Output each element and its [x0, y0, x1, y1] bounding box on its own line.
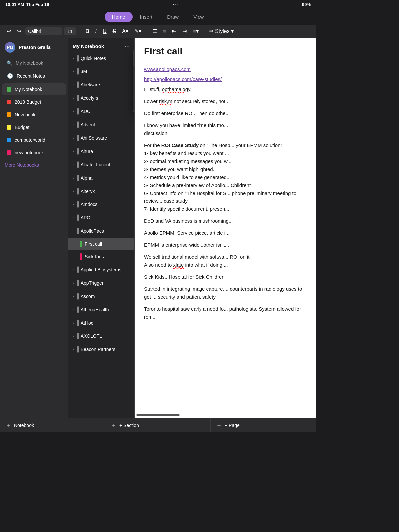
section-label: Ahi Software [81, 135, 107, 141]
italic-button[interactable]: I [93, 27, 99, 36]
tab-home[interactable]: Home [105, 12, 133, 22]
sidebar-item-2018-budget[interactable]: 2018 Budget [2, 96, 66, 108]
tab-view[interactable]: View [186, 12, 211, 22]
budget2018-label: 2018 Budget [15, 99, 41, 105]
text-color-button[interactable]: ✎▾ [132, 27, 143, 36]
sidebar-item-my-notebook[interactable]: My Notebook [2, 83, 66, 95]
section-item-adc[interactable]: › ADC [68, 105, 134, 118]
bullet-list-button[interactable]: ☰ [150, 27, 159, 36]
popup-item-first-call[interactable]: First call www.apollopacs.com http://a..… [133, 48, 135, 66]
new-book-dot [7, 112, 11, 117]
section-label: Advent [81, 122, 95, 127]
chevron-right-icon: › [73, 294, 74, 298]
section-item-athenahealth[interactable]: › AthenaHealth [68, 303, 134, 316]
section-color-bar [77, 346, 79, 353]
section-item-alcatel[interactable]: › Alcatel-Lucent [68, 158, 134, 171]
link-apollopacs[interactable]: www.apollopacs.com [144, 66, 307, 73]
status-bar: 10:01 AM Thu Feb 16 ··· 99% [0, 0, 316, 9]
section-label: AtHoc [81, 320, 93, 326]
undo-button[interactable]: ↩ [5, 27, 13, 36]
section-item-apollopacs[interactable]: › ApolloPacs [68, 224, 134, 238]
add-page-bottom[interactable]: ＋ + Page [211, 418, 316, 432]
section-item-beacon-partners[interactable]: › Beacon Partners [68, 343, 134, 356]
budget-dot [7, 125, 11, 130]
strikethrough-button[interactable]: S [111, 27, 118, 36]
numbered-list-button[interactable]: ≡ [161, 27, 168, 36]
chevron-right-icon: › [73, 281, 74, 285]
main-layout: PG Preston Gralla 🔍 My Notebook 🕐 Recent… [0, 38, 316, 427]
add-section-label: + Section [119, 423, 139, 428]
section-label: Ahura [81, 149, 93, 154]
section-color-bar [77, 175, 79, 181]
styles-button[interactable]: ✏ Styles ▾ [207, 27, 236, 36]
font-selector[interactable] [25, 27, 62, 35]
sidebar-item-budget[interactable]: Budget [2, 121, 66, 133]
section-item-abelware[interactable]: › Abelware [68, 78, 134, 91]
note-body[interactable]: www.apollopacs.com http://apollopacs.com… [144, 66, 307, 321]
add-notebook-bottom[interactable]: ＋ Notebook [0, 418, 105, 432]
dots: ··· [173, 2, 178, 7]
sidebar-item-new-notebook[interactable]: new notebook [2, 147, 66, 159]
toolbar-sep-3 [204, 27, 204, 35]
bold-button[interactable]: B [83, 27, 91, 36]
sidebar-item-computerworld[interactable]: computerworld [2, 134, 66, 146]
font-size[interactable] [64, 27, 76, 35]
section-label: Alcatel-Lucent [81, 162, 110, 167]
section-item-ahi[interactable]: › Ahi Software [68, 131, 134, 145]
link-casestudies[interactable]: http://apollopacs.com/case-studies/ [144, 75, 307, 83]
section-label: Applied Biosystems [81, 267, 121, 272]
section-color-bar [77, 228, 79, 234]
section-color-bar [77, 188, 79, 195]
sidebar-item-recent-notes[interactable]: 🕐 Recent Notes [2, 69, 66, 83]
highlight-button[interactable]: A▾ [120, 27, 130, 36]
tab-draw[interactable]: Draw [160, 12, 186, 22]
subsection-item-first-call[interactable]: First call [68, 238, 134, 250]
popup-item-notes[interactable]: Notes ⬇ [133, 82, 135, 98]
chevron-right-icon: › [73, 163, 74, 167]
section-item-amdocs[interactable]: › Amdocs [68, 198, 134, 211]
chevron-right-icon: › [73, 96, 74, 100]
align-button[interactable]: ≡▾ [191, 27, 200, 36]
add-notebook-label: Notebook [14, 423, 34, 428]
section-item-accelyrs[interactable]: › Accelyrs [68, 91, 134, 105]
sidebar-item-new-book[interactable]: New book [2, 109, 66, 121]
user-name: Preston Gralla [19, 45, 51, 50]
avatar: PG [5, 42, 15, 53]
chevron-right-icon: › [73, 149, 74, 153]
section-item-alpha[interactable]: › Alpha [68, 171, 134, 185]
section-label: AthenaHealth [81, 307, 109, 312]
section-item-quick-notes[interactable]: › Quick Notes [68, 52, 134, 65]
section-label: Alpha [81, 175, 93, 181]
section-item-axolotl[interactable]: › AXOLOTL [68, 330, 134, 343]
indent-button[interactable]: ⇥ [180, 27, 189, 36]
section-item-3m[interactable]: › 3M [68, 65, 134, 78]
section-item-athoc[interactable]: › AtHoc [68, 316, 134, 330]
underline-button[interactable]: U [101, 27, 109, 36]
redo-button[interactable]: ↪ [15, 27, 23, 36]
right-content[interactable]: First call www.apollopacs.com http://apo… [135, 38, 316, 427]
section-label: ADC [81, 109, 91, 114]
left-sidebar: PG Preston Gralla 🔍 My Notebook 🕐 Recent… [0, 38, 68, 427]
note-paragraph-2: Lower risk,m not securely stored, not... [144, 97, 307, 105]
middle-menu-button[interactable]: ··· [125, 43, 130, 50]
section-color-bar [77, 293, 79, 300]
chevron-right-icon: › [73, 136, 74, 140]
more-notebooks[interactable]: More Notebooks [0, 159, 68, 171]
battery: 99% [302, 2, 311, 7]
outdent-button[interactable]: ⇤ [170, 27, 178, 36]
section-item-ascom[interactable]: › Ascom [68, 290, 134, 303]
section-item-apc[interactable]: › APC [68, 211, 134, 224]
toolbar-sep-1 [80, 27, 80, 35]
section-item-advent[interactable]: › Advent [68, 118, 134, 131]
chevron-right-icon: › [73, 308, 74, 312]
add-section-bottom[interactable]: ＋ + Section [105, 418, 211, 432]
popup-item-roi-call[interactable]: ROI call ⬇ [133, 98, 135, 113]
popup-item-background[interactable]: Background ⬇ [133, 66, 135, 82]
tab-insert[interactable]: Insert [133, 12, 160, 22]
sidebar-search[interactable]: 🔍 My Notebook [2, 57, 66, 69]
section-item-apptrigger[interactable]: › AppTrigger [68, 276, 134, 290]
section-item-alteryx[interactable]: › Alteryx [68, 185, 134, 198]
section-item-applied-biosystems[interactable]: › Applied Biosystems [68, 263, 134, 276]
section-item-ahura[interactable]: › Ahura [68, 145, 134, 158]
subsection-item-sick-kids[interactable]: Sick Kids [68, 250, 134, 263]
